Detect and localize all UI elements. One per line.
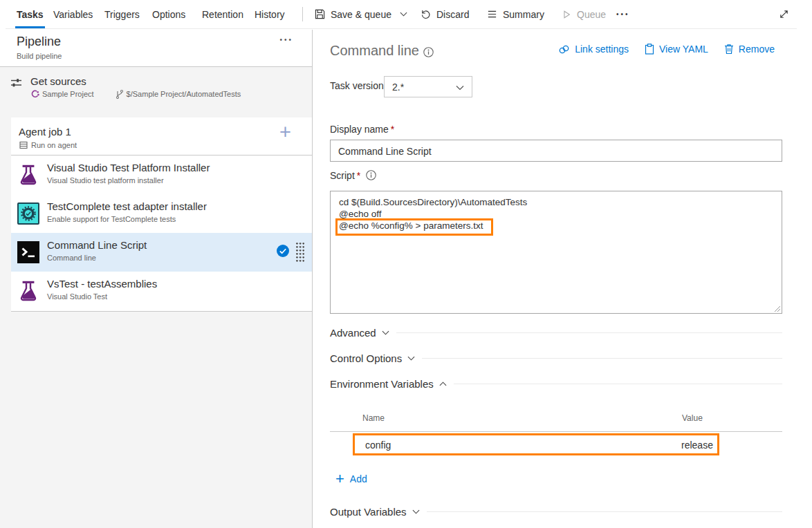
flask-icon [17,280,39,302]
env-table-name-header: Name [362,413,385,423]
chevron-down-icon [382,330,389,335]
chevron-down-icon [407,356,415,361]
tab-options[interactable]: Options [152,0,185,28]
task-row-testcomplete-adapter[interactable]: TestComplete test adapter installer Enab… [11,194,312,233]
more-actions-button[interactable]: ••• [616,0,630,28]
get-sources-title: Get sources [30,75,86,87]
link-icon [558,44,570,55]
task-row-vstest-platform-installer[interactable]: Visual Studio Test Platform Installer Vi… [11,155,312,194]
drag-handle[interactable] [296,243,304,263]
summary-button[interactable]: Summary [487,0,544,28]
tab-variables[interactable]: Variables [53,0,93,28]
tab-retention[interactable]: Retention [202,0,243,28]
section-environment-variables[interactable]: Environment Variables [330,378,782,390]
pipeline-title: Pipeline [17,35,61,49]
list-icon [487,9,497,19]
agent-job-header[interactable]: Agent job 1 Run on agent + [11,117,312,155]
env-table-value-header: Value [682,413,703,423]
fullscreen-icon[interactable] [779,0,789,28]
tab-history[interactable]: History [255,0,285,28]
pipeline-tree-panel: Pipeline Build pipeline ••• Get sources … [0,30,313,528]
clipboard-icon [645,44,654,55]
task-version-value: 2.* [392,82,404,93]
display-name-value: Command Line Script [338,146,432,157]
view-yaml-button[interactable]: View YAML [645,44,708,55]
trash-icon [724,44,734,55]
env-row-highlight-annotation [353,433,719,455]
display-name-label: Display name* [330,124,394,135]
top-toolbar: Tasks Variables Triggers Options Retenti… [0,0,812,29]
pipeline-subtitle: Build pipeline [17,52,62,60]
section-output-variables[interactable]: Output Variables [330,506,782,518]
plus-icon: + [335,473,344,485]
resize-grip-icon[interactable] [774,305,781,312]
pipeline-more-button[interactable]: ••• [279,36,293,44]
task-title: TestComplete test adapter installer [47,200,207,212]
script-textarea[interactable]: cd $(Build.SourcesDirectory)\AutomatedTe… [330,191,782,314]
required-asterisk: * [357,170,360,181]
undo-icon [421,9,431,19]
script-line-2: @echo off [339,209,382,219]
branch-icon [115,89,124,99]
link-settings-button[interactable]: Link settings [558,44,629,55]
task-subtitle: Visual Studio Test [47,292,107,301]
task-title: Visual Studio Test Platform Installer [47,162,210,173]
get-sources-project: Sample Project [42,90,94,98]
pipeline-header[interactable]: Pipeline Build pipeline ••• [0,30,312,67]
required-asterisk: * [391,124,394,135]
section-advanced[interactable]: Advanced [330,327,782,339]
chevron-down-icon [400,12,407,17]
chevron-up-icon [439,381,447,386]
script-line-1: cd $(Build.SourcesDirectory)\AutomatedTe… [339,197,527,207]
toolbar-divider [302,7,303,21]
task-row-command-line-script[interactable]: Command Line Script Command line [11,233,312,272]
display-name-input[interactable]: Command Line Script [330,140,782,162]
agent-job-card: Agent job 1 Run on agent + Visual Studio… [11,117,312,312]
section-control-options[interactable]: Control Options [330,352,782,364]
agent-job-title: Agent job 1 [19,126,71,138]
task-version-label: Task version [330,80,384,91]
task-settings-panel: Command line Link settings View YAML Rem… [313,30,812,528]
task-title: VsTest - testAssemblies [47,278,157,290]
tab-tasks[interactable]: Tasks [17,0,44,28]
script-highlight-annotation [335,218,493,236]
queue-button[interactable]: Queue [562,0,606,28]
task-version-dropdown[interactable]: 2.* [384,76,472,97]
toolbar-bottom-border [6,28,797,29]
terminal-icon [17,241,39,263]
save-and-queue-button[interactable]: Save & queue [315,0,407,28]
agent-job-subtitle: Run on agent [31,141,77,149]
save-icon [315,9,325,19]
info-icon[interactable] [423,47,434,57]
play-icon [562,10,571,19]
env-table-header-rule [330,431,782,432]
task-subtitle: Enable support for TestComplete tests [47,215,176,223]
testcomplete-icon [17,202,39,225]
sliders-icon [10,77,22,88]
agent-icon [19,141,28,149]
discard-button[interactable]: Discard [421,0,469,28]
remove-button[interactable]: Remove [724,44,775,55]
selected-check-icon[interactable] [277,245,289,257]
project-icon [31,90,39,98]
tab-triggers[interactable]: Triggers [104,0,140,28]
chevron-down-icon [456,85,464,91]
add-variable-button[interactable]: + Add [335,473,367,485]
get-sources-path: $/Sample Project/AutomatedTests [127,90,241,98]
task-title: Command Line Script [47,239,147,251]
task-row-vstest-assemblies[interactable]: VsTest - testAssemblies Visual Studio Te… [11,272,312,310]
panel-title: Command line [330,43,419,59]
get-sources-item[interactable]: Get sources Sample Project $/Sample Proj… [0,68,312,112]
flask-icon [17,164,39,186]
task-subtitle: Visual Studio test platform installer [47,176,164,185]
info-icon[interactable] [366,170,376,180]
script-label: Script* [330,170,360,181]
add-task-button[interactable]: + [279,122,291,142]
chevron-down-icon [412,509,420,514]
task-subtitle: Command line [47,254,96,262]
